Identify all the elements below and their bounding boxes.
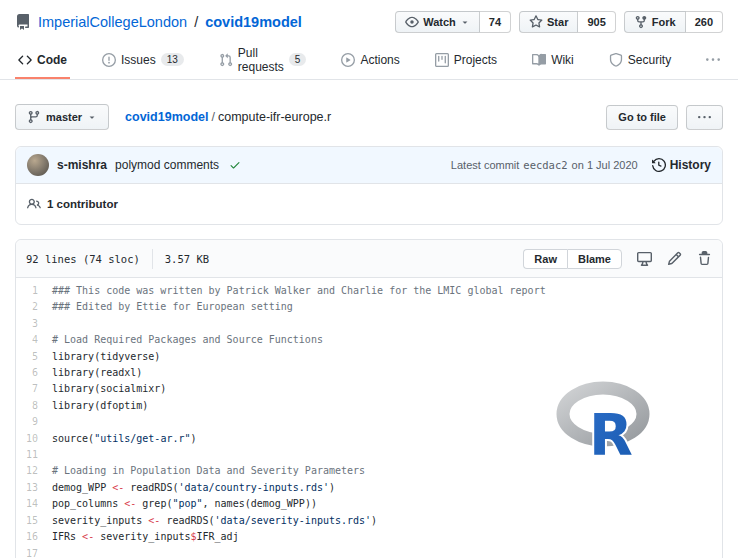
watch-label: Watch bbox=[423, 16, 456, 28]
star-button[interactable]: Star 905 bbox=[519, 11, 616, 33]
github-file-page: ImperialCollegeLondon / covid19model Wat… bbox=[0, 0, 738, 558]
line-number[interactable]: 11 bbox=[16, 447, 52, 463]
file-size: 3.57 KB bbox=[165, 253, 209, 265]
code-text: severity_inputs <- readRDS('data/severit… bbox=[52, 513, 722, 529]
file-actions: Raw Blame bbox=[523, 249, 712, 269]
go-to-file-label: Go to file bbox=[618, 111, 666, 123]
line-number[interactable]: 9 bbox=[16, 414, 52, 430]
line-number[interactable]: 2 bbox=[16, 299, 52, 315]
file-info: 92 lines (74 sloc) 3.57 KB bbox=[26, 249, 209, 269]
line-number[interactable]: 7 bbox=[16, 381, 52, 397]
history-icon bbox=[652, 158, 666, 172]
line-number[interactable]: 17 bbox=[16, 546, 52, 558]
code-text: # Loading in Population Data and Severit… bbox=[52, 463, 722, 479]
code-line: 5library(tidyverse) bbox=[16, 349, 722, 365]
fork-count[interactable]: 260 bbox=[686, 11, 723, 33]
tab-security[interactable]: Security bbox=[606, 42, 674, 79]
eye-icon bbox=[405, 15, 419, 29]
go-to-file-button[interactable]: Go to file bbox=[606, 105, 678, 130]
commit-sha-link[interactable]: eecdac2 bbox=[523, 159, 567, 171]
open-in-desktop-button[interactable] bbox=[637, 251, 652, 266]
code-text: demog_WPP <- readRDS('data/country-input… bbox=[52, 480, 722, 496]
tab-wiki[interactable]: Wiki bbox=[529, 42, 577, 79]
contributors-row[interactable]: 1 contributor bbox=[16, 184, 722, 224]
line-number[interactable]: 6 bbox=[16, 365, 52, 381]
code-line: 2### Edited by Ettie for European settin… bbox=[16, 299, 722, 315]
line-number[interactable]: 10 bbox=[16, 431, 52, 447]
git-pull-request-icon bbox=[219, 53, 233, 67]
code-line: 3 bbox=[16, 316, 722, 332]
raw-button[interactable]: Raw bbox=[523, 249, 567, 269]
code-line: 16IFRs <- severity_inputs$IFR_adj bbox=[16, 529, 722, 545]
fork-button[interactable]: Fork 260 bbox=[624, 11, 723, 33]
file-lines-info: 92 lines (74 sloc) bbox=[26, 253, 140, 265]
line-number[interactable]: 1 bbox=[16, 283, 52, 299]
code-line: 1### This code was written by Patrick Wa… bbox=[16, 283, 722, 299]
code-icon bbox=[18, 53, 32, 67]
chevron-down-icon bbox=[87, 112, 97, 122]
line-number[interactable]: 15 bbox=[16, 513, 52, 529]
repo-separator: / bbox=[194, 14, 198, 30]
line-number[interactable]: 8 bbox=[16, 398, 52, 414]
line-number[interactable]: 14 bbox=[16, 496, 52, 512]
watch-count[interactable]: 74 bbox=[480, 11, 511, 33]
check-icon[interactable] bbox=[229, 159, 241, 171]
star-count[interactable]: 905 bbox=[578, 11, 615, 33]
tab-actions-label: Actions bbox=[360, 53, 399, 67]
tab-code[interactable]: Code bbox=[15, 42, 70, 79]
delete-file-button[interactable] bbox=[697, 251, 712, 266]
avatar[interactable] bbox=[27, 154, 49, 176]
fork-label-part[interactable]: Fork bbox=[624, 11, 686, 33]
social-buttons: Watch 74 Star 905 Fork 260 bbox=[395, 11, 723, 33]
code-line: 12# Loading in Population Data and Sever… bbox=[16, 463, 722, 479]
breadcrumb-repo-link[interactable]: covid19model bbox=[125, 110, 208, 124]
line-number[interactable]: 4 bbox=[16, 332, 52, 348]
chevron-down-icon bbox=[460, 17, 470, 27]
kebab-horizontal-icon bbox=[698, 111, 711, 124]
tab-actions[interactable]: Actions bbox=[338, 42, 402, 79]
branch-select-button[interactable]: master bbox=[15, 104, 109, 130]
code-text: library(readxl) bbox=[52, 365, 722, 381]
commit-author-link[interactable]: s-mishra bbox=[57, 158, 107, 172]
file-nav-more-button[interactable] bbox=[686, 105, 723, 130]
repo-name-link[interactable]: covid19model bbox=[205, 14, 302, 30]
trash-icon bbox=[697, 251, 712, 266]
watch-button[interactable]: Watch 74 bbox=[395, 11, 511, 33]
repo-owner-link[interactable]: ImperialCollegeLondon bbox=[38, 14, 187, 30]
r-logo: R bbox=[556, 381, 652, 465]
line-number[interactable]: 12 bbox=[16, 463, 52, 479]
code-text: pop_columns <- grep("pop", names(demog_W… bbox=[52, 496, 722, 512]
commit-date: on 1 Jul 2020 bbox=[572, 159, 638, 171]
tab-issues[interactable]: Issues 13 bbox=[99, 42, 187, 79]
history-label: History bbox=[670, 158, 711, 172]
line-number[interactable]: 3 bbox=[16, 316, 52, 332]
book-icon bbox=[532, 53, 546, 67]
repo-header: ImperialCollegeLondon / covid19model Wat… bbox=[0, 0, 738, 42]
edit-file-button[interactable] bbox=[667, 251, 682, 266]
watch-label-part[interactable]: Watch bbox=[395, 11, 480, 33]
line-number[interactable]: 13 bbox=[16, 480, 52, 496]
code-text: library(tidyverse) bbox=[52, 349, 722, 365]
main-content: master covid19model/compute-ifr-europe.r… bbox=[0, 80, 738, 558]
code-text: # Load Required Packages and Source Func… bbox=[52, 332, 722, 348]
branch-name: master bbox=[46, 111, 82, 123]
commit-message-link[interactable]: polymod comments bbox=[115, 158, 219, 172]
repo-title: ImperialCollegeLondon / covid19model bbox=[15, 14, 302, 30]
blame-button[interactable]: Blame bbox=[567, 249, 622, 269]
file-nav-row: master covid19model/compute-ifr-europe.r… bbox=[15, 104, 723, 130]
people-icon bbox=[27, 197, 41, 211]
line-number[interactable]: 16 bbox=[16, 529, 52, 545]
star-label-part[interactable]: Star bbox=[519, 11, 578, 33]
code-line: 14pop_columns <- grep("pop", names(demog… bbox=[16, 496, 722, 512]
tab-security-label: Security bbox=[628, 53, 671, 67]
repo-icon bbox=[15, 14, 31, 30]
fork-icon bbox=[634, 15, 648, 29]
line-number[interactable]: 5 bbox=[16, 349, 52, 365]
code-line: 15severity_inputs <- readRDS('data/sever… bbox=[16, 513, 722, 529]
tab-projects-label: Projects bbox=[454, 53, 497, 67]
kebab-horizontal-icon bbox=[706, 53, 720, 67]
tab-pull-requests[interactable]: Pull requests 5 bbox=[216, 42, 310, 79]
tab-more-button[interactable] bbox=[703, 42, 723, 79]
tab-projects[interactable]: Projects bbox=[432, 42, 500, 79]
history-link[interactable]: History bbox=[652, 158, 711, 172]
